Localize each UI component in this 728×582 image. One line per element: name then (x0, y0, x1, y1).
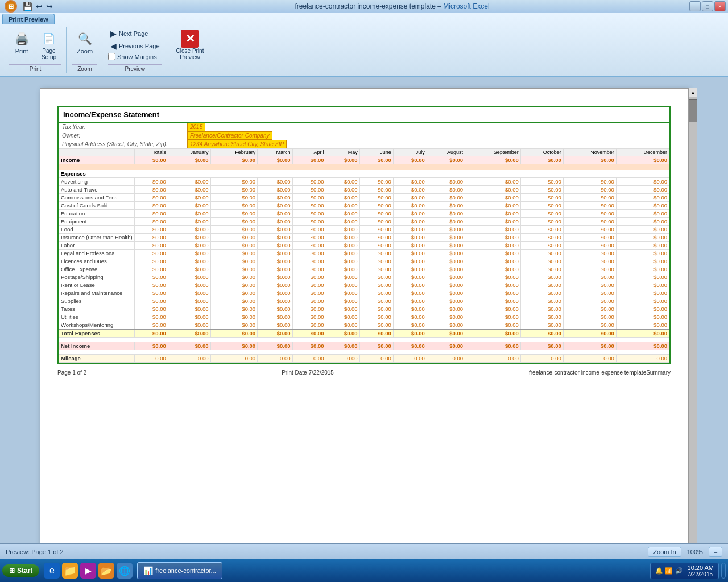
expense-val-6-2: $0.00 (210, 225, 258, 233)
expense-row: Auto and Travel$0.00$0.00$0.00$0.00$0.00… (59, 185, 669, 193)
show-margins-checkbox[interactable] (108, 53, 115, 60)
zoom-button[interactable]: 🔍 Zoom (72, 28, 97, 56)
expense-val-14-12: $0.00 (616, 289, 669, 297)
income-row: Income$0.00$0.00$0.00$0.00$0.00$0.00$0.0… (59, 156, 669, 164)
expense-val-1-11: $0.00 (563, 185, 616, 193)
scrollbar[interactable]: ▲ ▼ (688, 88, 697, 543)
expense-val-9-6: $0.00 (359, 249, 393, 257)
zoom-in-button[interactable]: Zoom In (648, 547, 681, 557)
net-income-val-9: $0.00 (465, 342, 520, 350)
redo-quick-btn[interactable]: ↪ (45, 1, 54, 12)
taskbar-quick-launch: e 📁 ▶ 📂 🌐 (42, 563, 135, 579)
expense-val-6-1: $0.00 (168, 225, 210, 233)
expense-val-12-11: $0.00 (563, 273, 616, 281)
expense-val-16-1: $0.00 (168, 305, 210, 313)
expense-val-13-5: $0.00 (326, 281, 359, 289)
expense-val-5-0: $0.00 (134, 217, 168, 225)
expense-val-8-0: $0.00 (134, 241, 168, 249)
expense-val-17-3: $0.00 (258, 313, 292, 321)
expense-val-7-2: $0.00 (210, 233, 258, 241)
next-page-button[interactable]: ▶ Next Page (108, 28, 150, 39)
taskbar-excel-item[interactable]: 📊 freelance-contractor... (137, 562, 222, 579)
close-button[interactable]: × (714, 1, 726, 11)
maximize-button[interactable]: □ (702, 1, 713, 11)
page-setup-button[interactable]: 📄 PageSetup (36, 28, 61, 62)
start-button[interactable]: ⊞ Start (2, 564, 39, 577)
expense-val-4-8: $0.00 (427, 209, 465, 217)
expense-val-7-5: $0.00 (326, 233, 359, 241)
minimize-button[interactable]: – (689, 1, 701, 11)
show-desktop-button[interactable] (721, 563, 726, 579)
expense-label-7: Insurance (Other than Health) (59, 233, 135, 241)
ie-icon[interactable]: e (44, 563, 60, 579)
show-margins-checkbox-row[interactable]: Show Margins (108, 53, 157, 60)
expense-val-7-6: $0.00 (359, 233, 393, 241)
mileage-val-10: 0.00 (520, 354, 563, 362)
close-print-preview-button[interactable]: ✕ Close PrintPreview (173, 28, 208, 62)
expense-val-13-8: $0.00 (427, 281, 465, 289)
chrome-icon[interactable]: 🌐 (117, 563, 133, 579)
expense-label-12: Postage/Shipping (59, 273, 135, 281)
net-income-val-3: $0.00 (258, 342, 292, 350)
undo-quick-btn[interactable]: ↩ (35, 1, 44, 12)
expense-val-15-12: $0.00 (616, 297, 669, 305)
mileage-val-9: 0.00 (465, 354, 520, 362)
expense-row: Legal and Professional$0.00$0.00$0.00$0.… (59, 249, 669, 257)
expenses-header-row: Expenses (59, 170, 669, 178)
total-exp-val-9: $0.00 (465, 329, 520, 338)
total-exp-val-12: $0.00 (616, 329, 669, 338)
expense-val-4-11: $0.00 (563, 209, 616, 217)
net-income-val-8: $0.00 (427, 342, 465, 350)
office-button[interactable]: ⊞ (5, 0, 17, 13)
total-expenses-label: Total Expenses (59, 329, 135, 338)
media-icon[interactable]: ▶ (80, 563, 96, 579)
expense-val-8-1: $0.00 (168, 241, 210, 249)
expense-val-2-5: $0.00 (326, 193, 359, 201)
expense-row: Equipment$0.00$0.00$0.00$0.00$0.00$0.00$… (59, 217, 669, 225)
expense-val-7-3: $0.00 (258, 233, 292, 241)
net-income-val-11: $0.00 (563, 342, 616, 350)
expense-label-11: Office Expense (59, 265, 135, 273)
income-val-1: $0.00 (168, 156, 210, 164)
col-header-apr: April (292, 149, 326, 156)
expense-val-16-2: $0.00 (210, 305, 258, 313)
expense-val-11-9: $0.00 (465, 265, 520, 273)
income-val-2: $0.00 (210, 156, 258, 164)
scroll-up-btn[interactable]: ▲ (689, 88, 697, 97)
zoom-out-button[interactable]: – (709, 547, 722, 557)
expense-val-11-5: $0.00 (326, 265, 359, 273)
expense-val-1-0: $0.00 (134, 185, 168, 193)
expense-val-5-7: $0.00 (393, 217, 427, 225)
mileage-val-8: 0.00 (427, 354, 465, 362)
expense-val-12-1: $0.00 (168, 273, 210, 281)
expense-val-10-8: $0.00 (427, 257, 465, 265)
ribbon-content: 🖨️ Print 📄 PageSetup Print 🔍 Zoom Zoom (0, 24, 728, 76)
file-manager-icon[interactable]: 📂 (98, 563, 114, 579)
col-header-nov: November (563, 149, 616, 156)
income-val-9: $0.00 (465, 156, 520, 164)
folder-icon[interactable]: 📁 (62, 563, 78, 579)
mileage-val-6: 0.00 (359, 354, 393, 362)
tax-year-value: 2015 (187, 123, 205, 131)
mileage-row: Mileage0.000.000.000.000.000.000.000.000… (59, 354, 669, 362)
mileage-val-11: 0.00 (563, 354, 616, 362)
owner-row: Owner: Freelance/Contractor Company (59, 131, 669, 140)
previous-page-button[interactable]: ◀ Previous Page (108, 40, 162, 52)
expense-val-18-1: $0.00 (168, 321, 210, 329)
net-income-val-4: $0.00 (292, 342, 326, 350)
expense-val-1-2: $0.00 (210, 185, 258, 193)
expense-val-7-7: $0.00 (393, 233, 427, 241)
expense-row: Rent or Lease$0.00$0.00$0.00$0.00$0.00$0… (59, 281, 669, 289)
expense-val-18-8: $0.00 (427, 321, 465, 329)
print-preview-tab[interactable]: Print Preview (2, 14, 55, 24)
mileage-val-7: 0.00 (393, 354, 427, 362)
expense-val-18-10: $0.00 (520, 321, 563, 329)
expense-val-1-5: $0.00 (326, 185, 359, 193)
expense-val-0-4: $0.00 (292, 177, 326, 185)
save-quick-btn[interactable]: 💾 (22, 1, 34, 12)
blank-row-2 (59, 350, 669, 354)
scroll-thumb[interactable] (689, 99, 697, 122)
print-button[interactable]: 🖨️ Print (9, 28, 34, 56)
expense-val-8-2: $0.00 (210, 241, 258, 249)
expense-val-11-3: $0.00 (258, 265, 292, 273)
